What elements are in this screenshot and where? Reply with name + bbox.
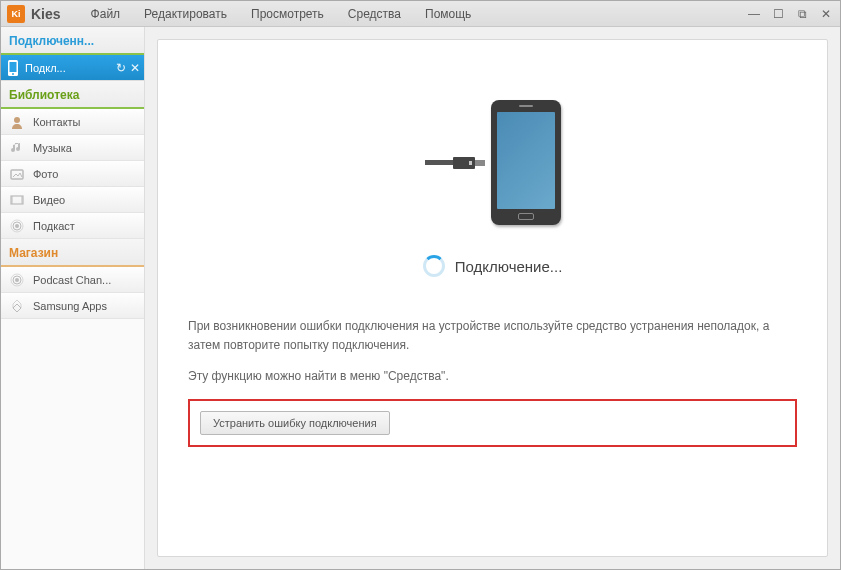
window-controls: — ☐ ⧉ ✕ — [746, 7, 834, 21]
video-icon — [9, 192, 25, 208]
svg-point-8 — [15, 224, 19, 228]
sidebar-item-label: Фото — [33, 168, 58, 180]
svg-point-2 — [12, 73, 14, 75]
highlight-annotation: Устранить ошибку подключения — [188, 399, 797, 447]
sidebar-item-label: Контакты — [33, 116, 81, 128]
svg-rect-1 — [10, 62, 17, 72]
sidebar-header-store: Магазин — [1, 239, 144, 267]
sidebar-item-label: Подкл... — [25, 62, 112, 74]
restore-button[interactable]: ⧉ — [794, 7, 810, 21]
spinner-icon — [423, 255, 445, 277]
app-title: Kies — [31, 6, 61, 22]
sidebar-item-podcast-channel[interactable]: Podcast Chan... — [1, 267, 144, 293]
app-icon: Ki — [7, 5, 25, 23]
apps-icon — [9, 298, 25, 314]
help-text-2: Эту функцию можно найти в меню "Средства… — [188, 367, 797, 386]
sidebar-item-label: Подкаст — [33, 220, 75, 232]
help-text-1: При возникновении ошибки подключения на … — [188, 317, 797, 355]
menu-view[interactable]: Просмотреть — [251, 7, 324, 21]
sidebar-header-connected: Подключенн... — [1, 27, 144, 55]
podcast-icon — [9, 218, 25, 234]
sidebar: Подключенн... Подкл... ↻ ✕ Библиотека Ко… — [1, 27, 145, 569]
menu-help[interactable]: Помощь — [425, 7, 471, 21]
close-button[interactable]: ✕ — [818, 7, 834, 21]
content: Подключенн... Подкл... ↻ ✕ Библиотека Ко… — [1, 27, 840, 569]
menu-edit[interactable]: Редактировать — [144, 7, 227, 21]
menu-file[interactable]: Файл — [91, 7, 121, 21]
close-icon[interactable]: ✕ — [130, 61, 140, 75]
podcast-channel-icon — [9, 272, 25, 288]
sidebar-item-label: Музыка — [33, 142, 72, 154]
sidebar-item-photo[interactable]: Фото — [1, 161, 144, 187]
sidebar-header-library: Библиотека — [1, 81, 144, 109]
svg-rect-6 — [11, 196, 13, 204]
minimize-button[interactable]: — — [746, 7, 762, 21]
sidebar-item-label: Samsung Apps — [33, 300, 107, 312]
sidebar-item-contacts[interactable]: Контакты — [1, 109, 144, 135]
svg-point-3 — [14, 117, 20, 123]
music-icon — [9, 140, 25, 156]
svg-point-11 — [15, 278, 19, 282]
status-row: Подключение... — [188, 255, 797, 277]
sidebar-item-label: Podcast Chan... — [33, 274, 111, 286]
phone-icon — [5, 59, 21, 77]
maximize-button[interactable]: ☐ — [770, 7, 786, 21]
sidebar-item-music[interactable]: Музыка — [1, 135, 144, 161]
usb-cable-icon — [425, 157, 485, 169]
sidebar-item-video[interactable]: Видео — [1, 187, 144, 213]
sidebar-item-samsung-apps[interactable]: Samsung Apps — [1, 293, 144, 319]
menubar: Файл Редактировать Просмотреть Средства … — [91, 7, 746, 21]
photo-icon — [9, 166, 25, 182]
connection-panel: Подключение... При возникновении ошибки … — [157, 39, 828, 557]
sidebar-item-label: Видео — [33, 194, 65, 206]
refresh-icon[interactable]: ↻ — [116, 61, 126, 75]
contacts-icon — [9, 114, 25, 130]
connection-illustration — [188, 100, 797, 225]
titlebar: Ki Kies Файл Редактировать Просмотреть С… — [1, 1, 840, 27]
phone-device-icon — [491, 100, 561, 225]
sidebar-item-connecting-device[interactable]: Подкл... ↻ ✕ — [1, 55, 144, 81]
connection-status-text: Подключение... — [455, 258, 563, 275]
main-area: Подключение... При возникновении ошибки … — [145, 27, 840, 569]
menu-tools[interactable]: Средства — [348, 7, 401, 21]
svg-rect-7 — [21, 196, 23, 204]
fix-connection-button[interactable]: Устранить ошибку подключения — [200, 411, 390, 435]
sidebar-item-podcast[interactable]: Подкаст — [1, 213, 144, 239]
